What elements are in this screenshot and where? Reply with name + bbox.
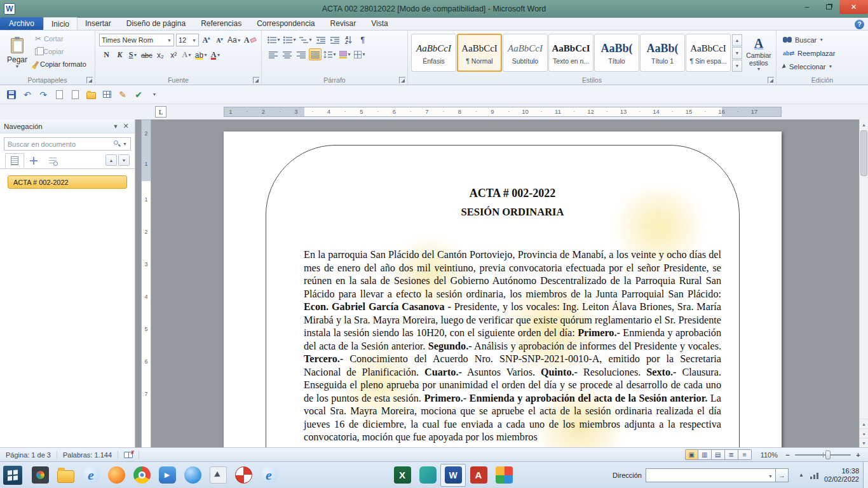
next-page-icon[interactable]: ▼ — [860, 438, 868, 447]
media-app-icon[interactable] — [27, 464, 53, 487]
search-icon[interactable] — [114, 140, 118, 145]
qat-options-button[interactable]: ▼ — [147, 87, 162, 102]
clipboard-dialog-launcher-icon[interactable] — [86, 77, 93, 83]
firefox-icon[interactable] — [104, 464, 129, 487]
subscript-button[interactable]: x₂ — [154, 49, 166, 61]
highlight-button[interactable]: ab▼ — [194, 49, 208, 61]
style-titulo-1[interactable]: AaBb( Título 1 — [640, 34, 685, 72]
word-count[interactable]: Palabras: 1.144 — [57, 451, 118, 459]
nav-tab-pages[interactable] — [24, 153, 43, 168]
sort-button[interactable]: AZ — [342, 34, 355, 46]
tab-correspondencia[interactable]: Correspondencia — [249, 17, 322, 30]
address-dropdown-icon[interactable]: ▼ — [768, 474, 773, 478]
vertical-ruler[interactable]: 211234567 — [141, 119, 151, 447]
format-factory-icon[interactable] — [415, 464, 440, 487]
font-dialog-launcher-icon[interactable] — [253, 77, 259, 83]
nav-tab-headings[interactable] — [5, 153, 24, 168]
shrink-font-button[interactable]: A — [214, 34, 226, 46]
select-button[interactable]: Seleccionar ▼ — [783, 60, 865, 72]
copy-button[interactable]: Copiar — [33, 45, 88, 58]
horizontal-ruler[interactable]: 1·2·3·4·5·6·7·8·9·10·11·12·13·14·15·16·1… — [224, 107, 782, 117]
nav-tab-results[interactable] — [43, 153, 62, 168]
decrease-indent-button[interactable] — [315, 34, 327, 46]
photo-app-icon[interactable] — [231, 464, 256, 487]
increase-indent-button[interactable] — [329, 34, 341, 46]
underline-button[interactable]: S▼ — [127, 49, 139, 61]
italic-button[interactable]: K — [114, 49, 126, 61]
zoom-slider-thumb[interactable] — [825, 451, 831, 459]
taskbar-clock[interactable]: 16:38 02/02/2022 — [824, 467, 859, 484]
style-enfasis[interactable]: AaBbCcI Énfasis — [411, 34, 456, 72]
proofing-status-button[interactable] — [118, 451, 139, 459]
tab-diseno[interactable]: Diseño de página — [119, 17, 193, 30]
start-button[interactable] — [3, 466, 22, 485]
vertical-scrollbar[interactable]: ▲ ▲ ● ▼ — [859, 119, 868, 447]
outline-view-button[interactable]: ≣ — [725, 449, 738, 460]
anydesk-icon[interactable] — [466, 464, 491, 487]
zoom-in-button[interactable]: + — [853, 451, 863, 459]
grow-font-button[interactable]: A — [200, 34, 212, 46]
format-painter-button[interactable]: Copiar formato — [33, 58, 88, 71]
strikethrough-button[interactable]: abc — [140, 49, 153, 61]
draft-view-button[interactable]: ≡ — [738, 449, 752, 460]
tab-vista[interactable]: Vista — [363, 17, 395, 30]
justify-button[interactable] — [309, 48, 322, 60]
tab-archivo[interactable]: Archivo — [0, 17, 43, 30]
new-document-button[interactable] — [67, 87, 83, 102]
internet-explorer-icon[interactable] — [78, 464, 104, 487]
spelling-button[interactable]: ✔ — [131, 87, 146, 102]
document-page[interactable]: ACTA # 002-2022 SESIÓN ORDINARIA En la p… — [224, 132, 782, 447]
page-indicator[interactable]: Página: 1 de 3 — [0, 451, 57, 459]
close-button[interactable]: ✕ — [839, 0, 868, 14]
minimize-button[interactable]: – — [796, 0, 818, 14]
document-body[interactable]: En la parroquia San Plácido del Cantón P… — [304, 248, 721, 444]
bullets-button[interactable]: ▼ — [267, 34, 281, 46]
search-input[interactable] — [4, 137, 131, 151]
network-icon[interactable] — [810, 471, 819, 479]
zoom-slider[interactable] — [795, 454, 851, 456]
chrome-icon[interactable] — [129, 464, 154, 487]
next-heading-icon[interactable]: ▼ — [118, 154, 130, 166]
cut-button[interactable]: ✂ Cortar — [33, 32, 88, 45]
style-normal[interactable]: AaBbCcI ¶ Normal — [457, 34, 502, 72]
navigation-close-icon[interactable]: ✕ — [121, 122, 131, 130]
borders-button[interactable]: ▼ — [353, 48, 367, 60]
word-icon[interactable] — [440, 464, 466, 487]
numbering-button[interactable]: ▼ — [283, 34, 297, 46]
zoom-out-button[interactable]: − — [783, 451, 792, 459]
document-subtitle[interactable]: SESIÓN ORDINARIA — [304, 206, 721, 219]
align-center-button[interactable] — [281, 48, 294, 60]
search-options-icon[interactable]: ▼ — [123, 142, 127, 146]
document-title[interactable]: ACTA # 002-2022 — [304, 186, 721, 200]
style-texto-en-negrita[interactable]: AaBbCcI Texto en n... — [548, 34, 593, 72]
undo-button[interactable]: ↶ — [20, 87, 35, 102]
show-desktop-button[interactable] — [863, 462, 868, 488]
font-size-combo[interactable]: 12▼ — [176, 34, 199, 46]
zoom-level[interactable]: 110% — [761, 451, 778, 459]
address-go-button[interactable]: → — [776, 468, 789, 482]
clear-formatting-button[interactable]: A — [243, 34, 257, 46]
paragraph-dialog-launcher-icon[interactable] — [399, 77, 405, 83]
styles-dialog-launcher-icon[interactable] — [768, 77, 774, 83]
line-spacing-button[interactable]: ▼ — [323, 48, 337, 60]
paste-button[interactable]: Pegar ▼ — [3, 32, 32, 74]
tab-revisar[interactable]: Revisar — [323, 17, 364, 30]
help-icon[interactable]: ? — [855, 20, 864, 29]
font-name-combo[interactable]: Times New Rom▼ — [99, 34, 174, 46]
print-preview-button[interactable] — [51, 87, 67, 102]
find-button[interactable]: Buscar ▼ — [783, 34, 865, 46]
shading-button[interactable]: ▼ — [339, 48, 352, 60]
show-formatting-marks-button[interactable]: ¶ — [356, 34, 369, 46]
restore-button[interactable] — [818, 0, 839, 14]
pointer-tool-icon[interactable] — [205, 464, 231, 487]
web-layout-view-button[interactable]: ▤ — [712, 449, 725, 460]
tab-inicio[interactable]: Inicio — [43, 17, 78, 30]
tab-insertar[interactable]: Insertar — [78, 17, 119, 30]
previous-heading-icon[interactable]: ▲ — [105, 154, 117, 166]
font-color-button[interactable]: A▼ — [210, 49, 222, 61]
save-button[interactable] — [4, 87, 19, 102]
select-browse-object-icon[interactable]: ● — [860, 428, 868, 438]
skype-icon[interactable] — [256, 464, 281, 487]
draw-table-button[interactable]: ✎ — [115, 87, 130, 102]
align-right-button[interactable] — [295, 48, 308, 60]
